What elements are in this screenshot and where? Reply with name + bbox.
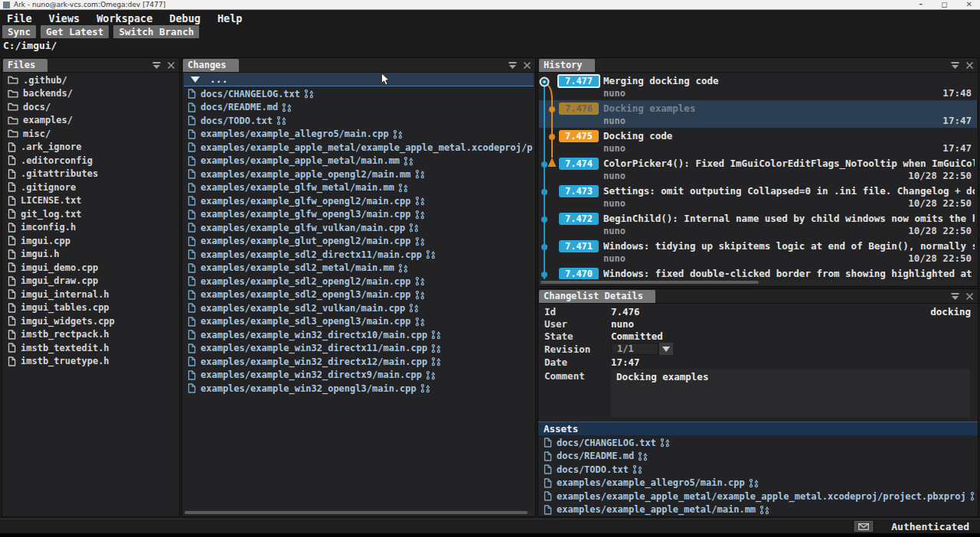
close-panel-icon[interactable] <box>965 289 974 304</box>
changed-file-item[interactable]: examples/example_sdl2_directx11/main.cpp <box>184 248 534 262</box>
changed-file-item[interactable]: examples/example_win32_directx12/main.cp… <box>184 355 534 369</box>
changed-file-item[interactable]: examples/example_sdl2_opengl2/main.cpp <box>184 275 534 288</box>
close-panel-icon[interactable] <box>523 58 531 73</box>
file-tree-item[interactable]: imgui_draw.cpp <box>4 275 178 288</box>
file-tree-item[interactable]: .gitignore <box>4 181 178 194</box>
file-icon <box>8 343 16 353</box>
file-tree-item[interactable]: .ark_ignore <box>4 141 178 155</box>
scrollbar-thumb[interactable] <box>541 281 759 284</box>
changed-file-item[interactable]: docs/TODO.txt <box>184 114 534 128</box>
close-panel-icon[interactable] <box>167 58 175 73</box>
file-tree-item[interactable]: .gitattributes <box>4 168 178 181</box>
history-row-7.472[interactable]: 7.472BeginChild(): Internal name used by… <box>539 210 977 238</box>
sync-button[interactable]: Sync <box>2 25 36 38</box>
tab-changelist-details[interactable]: Changelist Details <box>539 290 655 303</box>
changed-file-item[interactable]: docs/CHANGELOG.txt <box>184 87 534 101</box>
close-panel-icon[interactable] <box>965 58 974 73</box>
changed-file-item[interactable]: examples/example_apple_metal/example_app… <box>184 141 534 155</box>
changed-file-item[interactable]: examples/example_win32_directx9/main.cpp <box>184 369 534 382</box>
file-path: examples/example_win32_directx9/main.cpp <box>201 369 422 380</box>
file-tree-item[interactable]: misc/ <box>4 127 178 141</box>
file-path: examples/example_sdl2_vulkan/main.cpp <box>201 303 405 314</box>
history-row-7.476[interactable]: 7.476Docking examplesnuno17:47 <box>539 100 977 128</box>
changed-file-item[interactable]: examples/example_apple_opengl2/main.mm <box>184 168 534 181</box>
get-latest-button[interactable]: Get Latest <box>41 25 109 38</box>
file-tree-item[interactable]: .github/ <box>4 73 178 87</box>
file-tree-item[interactable]: imstb_rectpack.h <box>4 328 178 342</box>
file-tree-item[interactable]: imgui.h <box>4 248 178 262</box>
file-tree-item[interactable]: imgui_widgets.cpp <box>4 314 178 328</box>
menu-item-file[interactable]: File <box>7 12 32 24</box>
changed-file-item[interactable]: examples/example_sdl2_opengl3/main.cpp <box>184 288 534 302</box>
changed-file-item[interactable]: docs/README.md <box>184 101 534 115</box>
changed-file-item[interactable]: examples/example_win32_directx11/main.cp… <box>184 342 534 356</box>
changed-file-item[interactable]: examples/example_glfw_opengl2/main.cpp <box>184 194 534 208</box>
changed-file-item[interactable]: examples/example_glfw_vulkan/main.cpp <box>184 221 534 235</box>
changed-file-item[interactable]: examples/example_allegro5/main.cpp <box>540 477 976 490</box>
switch-branch-button[interactable]: Switch Branch <box>113 25 199 38</box>
maximize-button[interactable]: ◻ <box>941 0 947 9</box>
file-tree-item[interactable]: .editorconfig <box>4 154 178 168</box>
changed-file-item[interactable]: examples/example_allegro5/main.cpp <box>184 128 534 142</box>
history-row-7.470[interactable]: 7.470Windows: fixed double-clicked borde… <box>539 265 977 279</box>
file-icon <box>544 451 552 461</box>
filter-icon[interactable] <box>152 58 162 73</box>
file-tree-item[interactable]: imconfig.h <box>4 221 178 235</box>
revision-select[interactable]: 1/1 <box>611 343 658 355</box>
history-row-7.475[interactable]: 7.475Docking codenuno17:47 <box>539 128 977 155</box>
history-row-7.474[interactable]: 7.474ColorPicker4(): Fixed ImGuiColorEdi… <box>539 155 977 183</box>
tab-history[interactable]: History <box>539 59 595 72</box>
changes-root-row[interactable]: ... <box>184 73 534 86</box>
comment-textarea[interactable]: Docking examples <box>611 369 970 418</box>
menu-item-debug[interactable]: Debug <box>169 12 201 24</box>
changed-file-item[interactable]: examples/example_glfw_metal/main.mm <box>184 181 534 195</box>
history-row-7.477[interactable]: 7.477Merging docking codenuno17:48 <box>539 73 977 100</box>
file-icon <box>188 142 196 152</box>
changed-file-item[interactable]: examples/example_sdl3_opengl3/main.cpp <box>184 315 534 329</box>
file-tree-item[interactable]: git_log.txt <box>4 207 178 221</box>
filter-icon[interactable] <box>508 58 518 73</box>
filter-icon[interactable] <box>950 58 960 73</box>
changed-file-item[interactable]: examples/example_sdl2_metal/main.mm <box>184 262 534 275</box>
changed-file-item[interactable]: examples/example_apple_metal/example_app… <box>540 490 976 503</box>
file-tree-item[interactable]: backends/ <box>4 87 178 101</box>
file-icon <box>188 317 196 327</box>
changed-file-item[interactable]: examples/example_apple_metal/main.mm <box>540 503 976 516</box>
history-row-7.473[interactable]: 7.473Settings: omit outputing Collapsed=… <box>539 183 977 210</box>
expand-triangle-icon[interactable] <box>191 76 200 83</box>
tab-changes[interactable]: Changes <box>183 59 239 72</box>
changed-file-item[interactable]: docs/CHANGELOG.txt <box>540 436 976 450</box>
revision-dropdown-button[interactable] <box>659 343 673 355</box>
changed-file-item[interactable]: docs/TODO.txt <box>540 463 976 477</box>
merge-icon <box>415 290 425 300</box>
file-tree-item[interactable]: imgui.cpp <box>4 234 178 248</box>
history-row-7.471[interactable]: 7.471Windows: tidying up skipitems logic… <box>539 238 977 265</box>
file-tree-item[interactable]: examples/ <box>4 114 178 128</box>
changed-file-item[interactable]: examples/example_win32_opengl3/main.cpp <box>184 382 534 395</box>
changed-file-item[interactable]: examples/example_win32_directx10/main.cp… <box>184 328 534 342</box>
file-tree-item[interactable]: docs/ <box>4 100 178 114</box>
minimize-button[interactable]: – <box>919 0 923 9</box>
file-tree-item[interactable]: imgui_internal.h <box>4 288 178 301</box>
menu-item-help[interactable]: Help <box>217 12 243 24</box>
file-name: imstb_textedit.h <box>21 343 109 353</box>
scrollbar-thumb[interactable] <box>185 511 528 514</box>
filter-icon[interactable] <box>950 289 960 304</box>
file-tree-item[interactable]: imgui_tables.cpp <box>4 301 178 315</box>
tab-files[interactable]: Files <box>3 59 47 72</box>
menu-item-views[interactable]: Views <box>49 12 80 24</box>
mail-icon[interactable] <box>854 521 873 532</box>
file-tree-item[interactable]: imstb_truetype.h <box>4 355 178 369</box>
menu-item-workspace[interactable]: Workspace <box>96 12 152 24</box>
close-button[interactable]: ✕ <box>966 0 972 9</box>
changed-file-item[interactable]: docs/README.md <box>540 450 976 464</box>
changed-file-item[interactable]: examples/example_apple_metal/main.mm <box>184 155 534 168</box>
changed-file-item[interactable]: examples/example_glfw_opengl3/main.cpp <box>184 208 534 222</box>
changes-horizontal-scrollbar[interactable] <box>184 510 534 515</box>
file-tree-item[interactable]: imgui_demo.cpp <box>4 261 178 275</box>
history-horizontal-scrollbar[interactable] <box>540 280 976 285</box>
file-tree-item[interactable]: imstb_textedit.h <box>4 341 178 355</box>
changed-file-item[interactable]: examples/example_sdl2_vulkan/main.cpp <box>184 301 534 315</box>
file-tree-item[interactable]: LICENSE.txt <box>4 194 178 208</box>
changed-file-item[interactable]: examples/example_glut_opengl2/main.cpp <box>184 235 534 249</box>
